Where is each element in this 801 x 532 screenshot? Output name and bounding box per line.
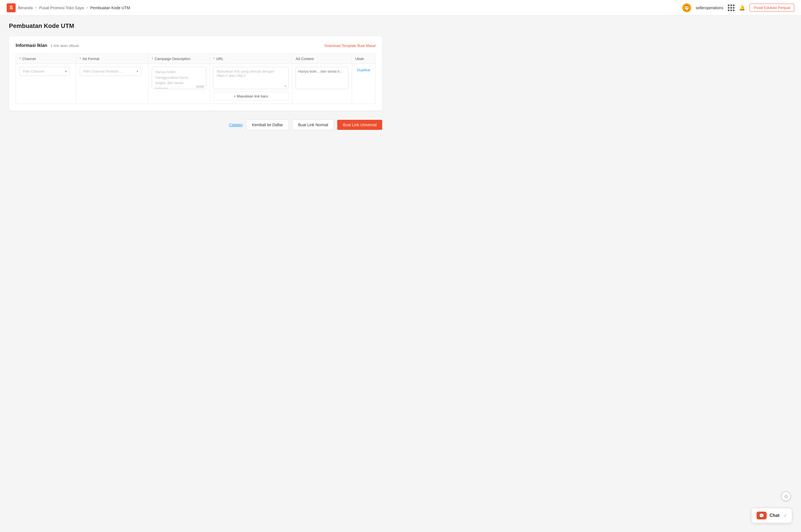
utm-table: * Channel * Ad Format * Campaign Descrip…	[16, 54, 375, 104]
col-ad-content: Ad Content	[292, 54, 352, 64]
ad-format-select-wrapper: Pilih Channel Terlebih ... ▾	[80, 67, 141, 76]
bell-icon[interactable]: 🔔	[739, 5, 745, 11]
breadcrumb-sep1: >	[35, 6, 37, 10]
utm-table-wrapper: * Channel * Ad Format * Campaign Descrip…	[16, 54, 375, 104]
breadcrumb: Beranda > Pusat Promosi Toko Saya > Pemb…	[18, 5, 130, 10]
url-input-wrapper: ✎	[213, 67, 288, 90]
col-ad-format: * Ad Format	[76, 54, 148, 64]
breadcrumb-promo[interactable]: Pusat Promosi Toko Saya	[39, 5, 84, 10]
chat-widget[interactable]: 💬 Chat ⤢	[751, 508, 792, 523]
card-title-area: Informasi Iklan 1 link akan dibuat	[16, 43, 79, 48]
header-left: S Beranda > Pusat Promosi Toko Saya > Pe…	[7, 3, 130, 12]
breadcrumb-current: Pembuatan Kode UTM	[90, 5, 130, 10]
card-title: Informasi Iklan	[16, 43, 47, 48]
username-label: selleroperations	[696, 5, 723, 10]
required-star-campaign: *	[152, 57, 153, 61]
url-cell: ✎ + Masukkan link baru	[209, 64, 292, 104]
campaign-textarea-wrapper: 0/100	[152, 67, 206, 90]
chat-expand-icon: ⤢	[783, 513, 787, 518]
col-channel: * Channel	[16, 54, 76, 64]
catatan-link[interactable]: Catatan	[229, 122, 243, 127]
duplikat-button[interactable]: Duplikat	[356, 67, 371, 73]
channel-select-wrapper: Pilih Channel ▾	[19, 67, 70, 76]
card-header: Informasi Iklan 1 link akan dibuat Downl…	[16, 43, 375, 48]
edu-button[interactable]: Pusat Edukasi Penjual	[750, 4, 794, 12]
buat-link-normal-button[interactable]: Buat Link Normal	[292, 119, 334, 130]
required-star-channel: *	[19, 57, 21, 61]
char-count: 0/100	[196, 85, 204, 88]
back-to-list-button[interactable]: Kembali ke Daftar	[246, 119, 289, 130]
url-input[interactable]	[213, 67, 288, 89]
chat-label: Chat	[769, 513, 780, 518]
col-ubah: Ubah	[352, 54, 375, 64]
ad-format-cell: Pilih Channel Terlebih ... ▾	[76, 64, 148, 104]
chat-icon: 💬	[757, 512, 767, 519]
buat-link-universal-button[interactable]: Buat Link Universal	[337, 120, 382, 130]
avatar: 🎅	[682, 3, 691, 12]
ad-content-cell	[292, 64, 352, 104]
header-right: 🎅 selleroperations 🔔 Pusat Edukasi Penju…	[682, 3, 794, 12]
help-circle-button[interactable]: ⊙	[781, 491, 791, 501]
link-count: 1 link akan dibuat	[51, 43, 79, 48]
required-star-url: *	[213, 57, 215, 61]
breadcrumb-sep2: >	[86, 6, 88, 10]
grid-icon[interactable]	[728, 4, 734, 11]
ad-content-textarea[interactable]	[296, 67, 348, 89]
shopee-logo: S	[7, 3, 16, 12]
col-url: * URL	[209, 54, 292, 64]
table-row: Pilih Channel ▾ Pilih Channel Terlebih .…	[16, 64, 375, 104]
col-campaign-desc: * Campaign Description	[148, 54, 209, 64]
campaign-cell: 0/100	[148, 64, 209, 104]
main-content: Pembuatan Kode UTM Informasi Iklan 1 lin…	[0, 16, 391, 137]
table-header-row: * Channel * Ad Format * Campaign Descrip…	[16, 54, 375, 64]
page-title: Pembuatan Kode UTM	[9, 22, 382, 30]
channel-select[interactable]: Pilih Channel	[19, 67, 70, 76]
ad-format-select[interactable]: Pilih Channel Terlebih ...	[80, 67, 141, 76]
required-star-ad-format: *	[80, 57, 81, 61]
ubah-cell: Duplikat	[352, 64, 375, 104]
download-template-link[interactable]: Download Template Buat Masal	[324, 43, 375, 48]
url-edit-icon: ✎	[284, 84, 287, 88]
footer-actions: Catatan Kembali ke Daftar Buat Link Norm…	[9, 119, 382, 130]
header: S Beranda > Pusat Promosi Toko Saya > Pe…	[0, 0, 801, 16]
channel-cell: Pilih Channel ▾	[16, 64, 76, 104]
add-link-button[interactable]: + Masukkan link baru	[213, 92, 288, 101]
breadcrumb-home[interactable]: Beranda	[18, 5, 33, 10]
info-card: Informasi Iklan 1 link akan dibuat Downl…	[9, 36, 382, 111]
